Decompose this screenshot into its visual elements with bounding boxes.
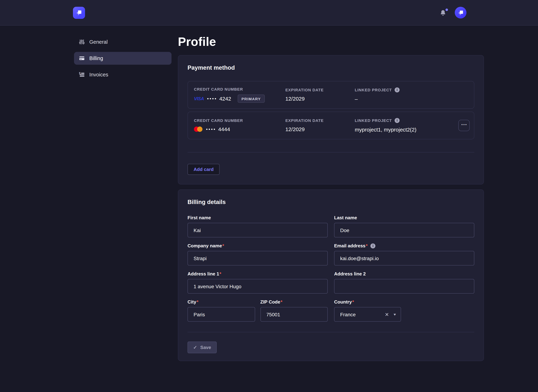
avatar-strapi-icon: [457, 9, 465, 17]
cc-expiration-label: EXPIRATION DATE: [285, 118, 355, 122]
sidebar-item-label: Invoices: [89, 72, 108, 78]
card-expiration: 12/2029: [285, 126, 355, 133]
mastercard-logo: [194, 126, 202, 132]
city-zip-row: City * ZIP Code *: [187, 299, 328, 322]
company-name-input[interactable]: [187, 251, 328, 266]
save-button-label: Save: [200, 345, 211, 350]
address-line2-label: Address line 2: [334, 271, 366, 277]
address-line1-input[interactable]: [187, 279, 328, 294]
top-bar-actions: [439, 7, 467, 19]
sidebar-item-general[interactable]: General: [74, 36, 171, 48]
credit-card-list: CREDIT CARD NUMBER VISA •••• 4242 PRIMAR…: [187, 81, 474, 139]
cc-expiration-label: EXPIRATION DATE: [285, 88, 355, 92]
zip-code-input[interactable]: [260, 307, 328, 322]
required-marker: *: [197, 299, 198, 305]
last-name-label: Last name: [334, 215, 357, 221]
top-bar: [0, 0, 538, 26]
last-name-field-group: Last name: [334, 215, 474, 237]
credit-card-row-visa: CREDIT CARD NUMBER VISA •••• 4242 PRIMAR…: [187, 81, 474, 109]
address-line2-field-group: Address line 2: [334, 271, 474, 294]
country-value: France: [340, 312, 383, 317]
check-icon: ✓: [193, 345, 197, 350]
card-expiration: 12/2029: [285, 95, 355, 102]
settings-sidebar: General Billing $: [74, 26, 171, 84]
info-icon[interactable]: i: [395, 118, 400, 123]
cc-number-label: CREDIT CARD NUMBER: [194, 87, 285, 91]
email-input[interactable]: [334, 251, 474, 266]
address-line1-field-group: Address line 1 *: [187, 271, 328, 294]
billing-details-title: Billing details: [187, 199, 474, 205]
chevron-down-icon: ▼: [393, 313, 397, 316]
email-field-group: Email address * i: [334, 243, 474, 266]
card-mask-dots: ••••: [206, 127, 216, 131]
save-button[interactable]: ✓ Save: [187, 341, 217, 353]
strapi-logo[interactable]: [73, 7, 85, 19]
info-icon[interactable]: i: [370, 243, 375, 248]
city-input[interactable]: [187, 307, 255, 322]
required-marker: *: [222, 243, 224, 249]
required-marker: *: [219, 271, 221, 277]
notifications-button[interactable]: [439, 9, 447, 17]
strapi-cloud-profile-page: General Billing $: [0, 0, 538, 392]
required-marker: *: [366, 243, 367, 249]
sidebar-item-invoices[interactable]: $ Invoices: [74, 68, 171, 81]
address-line2-input[interactable]: [334, 279, 474, 294]
ellipsis-icon: •••: [461, 123, 467, 126]
add-card-button[interactable]: Add card: [187, 164, 220, 175]
billing-details-card: Billing details First name Last name: [178, 189, 484, 361]
country-field-group: Country * France ✕ ▼: [334, 299, 474, 322]
card-actions-menu-button[interactable]: •••: [458, 120, 470, 131]
payment-method-card: Payment method CREDIT CARD NUMBER VISA •…: [178, 55, 484, 184]
last-name-input[interactable]: [334, 223, 474, 237]
required-marker: *: [281, 299, 282, 305]
page-title: Profile: [178, 35, 484, 48]
info-icon[interactable]: i: [395, 87, 400, 92]
required-marker: *: [352, 299, 354, 305]
country-select[interactable]: France ✕ ▼: [334, 307, 401, 322]
zip-code-label: ZIP Code: [260, 299, 280, 305]
clear-icon[interactable]: ✕: [383, 312, 390, 317]
credit-card-icon: [79, 56, 85, 61]
sidebar-item-label: General: [89, 39, 108, 45]
credit-card-row-mastercard: CREDIT CARD NUMBER •••• 4444 EXPIRATION …: [187, 112, 474, 139]
visa-logo: VISA: [194, 96, 204, 101]
first-name-field-group: First name: [187, 215, 328, 237]
card-last4: 4242: [219, 96, 231, 102]
cc-linked-label: LINKED PROJECT: [355, 88, 392, 92]
sidebar-item-label: Billing: [89, 56, 103, 61]
divider: [187, 332, 474, 332]
first-name-input[interactable]: [187, 223, 328, 237]
zip-code-field-group: ZIP Code *: [260, 299, 328, 322]
billing-details-form: First name Last name: [187, 215, 474, 322]
cc-linked-label: LINKED PROJECT: [355, 118, 392, 122]
sidebar-item-billing[interactable]: Billing: [74, 52, 171, 65]
card-last4: 4444: [218, 126, 230, 132]
sliders-icon: [79, 39, 85, 45]
first-name-label: First name: [187, 215, 211, 221]
address-line1-label: Address line 1: [187, 271, 219, 277]
card-linked-project: myproject1, myproject2(2): [355, 126, 457, 133]
invoice-icon: $: [79, 72, 85, 78]
user-avatar[interactable]: [455, 7, 467, 19]
divider: [187, 152, 474, 153]
company-name-label: Company name: [187, 243, 222, 249]
company-name-field-group: Company name *: [187, 243, 328, 266]
primary-badge: PRIMARY: [238, 94, 265, 103]
country-label: Country: [334, 299, 352, 305]
card-linked-project: –: [355, 95, 457, 103]
strapi-logo-icon: [75, 8, 83, 17]
card-mask-dots: ••••: [207, 96, 217, 101]
email-label: Email address: [334, 243, 365, 249]
city-label: City: [187, 299, 196, 305]
bell-icon: [440, 9, 446, 16]
main-content: Profile Payment method CREDIT CARD NUMBE…: [178, 26, 484, 361]
payment-method-title: Payment method: [187, 64, 474, 71]
cc-number-label: CREDIT CARD NUMBER: [194, 118, 285, 122]
city-field-group: City *: [187, 299, 255, 322]
notification-dot: [446, 8, 448, 11]
